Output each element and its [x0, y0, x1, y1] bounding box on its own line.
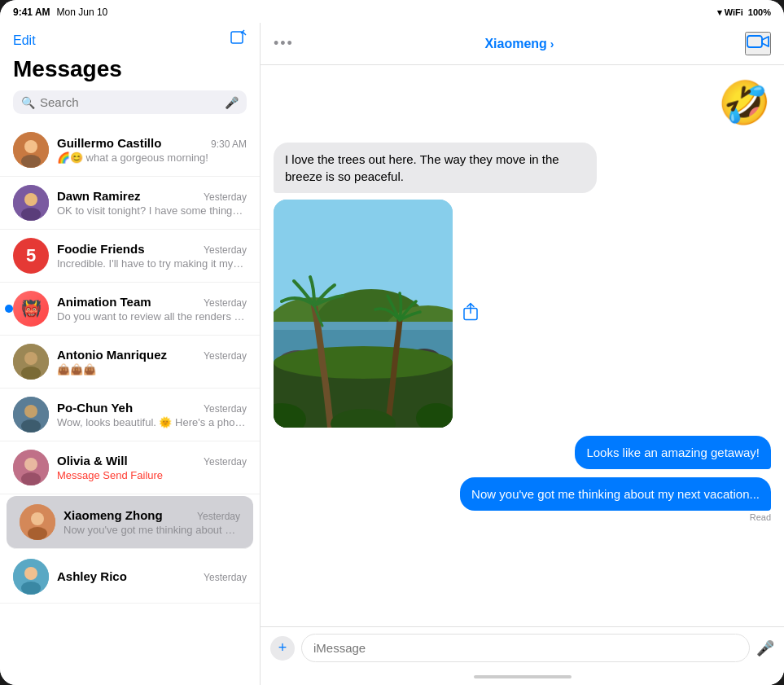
wifi-icon: ▾ WiFi [717, 7, 743, 18]
svg-point-35 [274, 346, 453, 379]
message-bubble-received-1: I love the trees out here. The way they … [274, 143, 597, 193]
conv-time-olivia: Yesterday [204, 456, 247, 468]
svg-rect-24 [747, 36, 762, 47]
svg-point-11 [21, 367, 41, 380]
conv-top-pochun: Po-Chun Yeh Yesterday [57, 401, 247, 415]
add-attachment-button[interactable]: + [270, 636, 295, 661]
svg-point-8 [21, 208, 41, 221]
conv-name-guillermo: Guillermo Castillo [57, 136, 161, 150]
conv-info-antonio: Antonio Manriquez Yesterday 👜👜👜 [57, 348, 247, 375]
message-row-sent-1: Looks like an amazing getaway! [274, 436, 771, 469]
conv-name-pochun: Po-Chun Yeh [57, 401, 133, 415]
beach-photo [274, 200, 453, 428]
conv-info-xiaomeng: Xiaomeng Zhong Yesterday Now you've got … [64, 508, 240, 536]
conv-top-guillermo: Guillermo Castillo 9:30 AM [57, 136, 247, 150]
conv-preview-animation: Do you want to review all the renders to… [57, 310, 247, 323]
avatar-animation: 👹 [13, 291, 49, 327]
conv-time-guillermo: 9:30 AM [211, 138, 247, 150]
mic-search-icon: 🎤 [225, 96, 239, 109]
chat-header-name[interactable]: Xiaomeng › [484, 37, 554, 51]
home-indicator [261, 669, 784, 685]
conversation-item-dawn[interactable]: Dawn Ramirez Yesterday OK to visit tonig… [0, 177, 260, 230]
conversation-item-guillermo[interactable]: Guillermo Castillo 9:30 AM 🌈😊 what a gor… [0, 124, 260, 177]
message-bubble-sent-1: Looks like an amazing getaway! [575, 436, 771, 469]
conv-info-guillermo: Guillermo Castillo 9:30 AM 🌈😊 what a gor… [57, 136, 247, 164]
avatar-ashley [13, 559, 49, 595]
svg-point-17 [21, 472, 41, 485]
svg-point-13 [24, 405, 37, 418]
conversation-item-pochun[interactable]: Po-Chun Yeh Yesterday Wow, looks beautif… [0, 389, 260, 441]
conv-name-animation: Animation Team [57, 295, 151, 309]
conv-name-ashley: Ashley Rico [57, 569, 127, 583]
status-bar: 9:41 AM Mon Jun 10 ▾ WiFi 100% [0, 0, 784, 23]
app-content: Edit Messages 🔍 🎤 [0, 23, 784, 685]
conv-info-pochun: Po-Chun Yeh Yesterday Wow, looks beautif… [57, 401, 247, 428]
mic-input-icon[interactable]: 🎤 [756, 639, 774, 657]
message-input[interactable] [301, 634, 750, 662]
conv-name-dawn: Dawn Ramirez [57, 189, 141, 203]
svg-point-23 [21, 582, 41, 595]
share-photo-button[interactable] [462, 302, 479, 326]
chat-header: ••• Xiaomeng › [261, 23, 784, 65]
conv-info-ashley: Ashley Rico Yesterday [57, 569, 247, 585]
beach-scene-svg [274, 200, 453, 428]
sidebar-top-row: Edit [13, 29, 247, 51]
conv-top-dawn: Dawn Ramirez Yesterday [57, 189, 247, 203]
conv-top-animation: Animation Team Yesterday [57, 295, 247, 309]
conv-info-foodie: Foodie Friends Yesterday Incredible. I'l… [57, 242, 247, 270]
sidebar-title: Messages [13, 56, 247, 82]
conv-top-xiaomeng: Xiaomeng Zhong Yesterday [64, 508, 240, 522]
status-left: 9:41 AM Mon Jun 10 [13, 7, 107, 18]
message-row-received-1: I love the trees out here. The way they … [274, 143, 771, 428]
conv-time-xiaomeng: Yesterday [197, 511, 240, 522]
compose-button[interactable] [229, 29, 247, 51]
photo-message [274, 200, 453, 428]
conversation-item-olivia[interactable]: Olivia & Will Yesterday Message Send Fai… [0, 441, 260, 494]
read-receipt: Read [750, 512, 771, 522]
conv-time-dawn: Yesterday [204, 191, 247, 203]
avatar-antonio [13, 344, 49, 380]
sidebar: Edit Messages 🔍 🎤 [0, 23, 261, 685]
svg-point-16 [24, 458, 37, 471]
share-icon [462, 302, 479, 322]
search-bar: 🔍 🎤 [13, 90, 247, 114]
conv-preview-pochun: Wow, looks beautiful. 🌞 Here's a photo o… [57, 416, 247, 428]
battery-icon: 100% [748, 7, 771, 17]
status-right: ▾ WiFi 100% [717, 7, 771, 18]
status-date: Mon Jun 10 [57, 7, 108, 18]
svg-point-5 [21, 155, 41, 168]
svg-point-10 [24, 352, 37, 365]
video-call-button[interactable] [745, 32, 771, 55]
conv-name-foodie: Foodie Friends [57, 242, 145, 256]
conv-time-antonio: Yesterday [204, 350, 247, 362]
conversation-item-antonio[interactable]: Antonio Manriquez Yesterday 👜👜👜 [0, 336, 260, 389]
conv-preview-foodie: Incredible. I'll have to try making it m… [57, 257, 247, 270]
emoji-reaction: 🤣 [718, 78, 771, 128]
svg-point-4 [24, 140, 37, 153]
svg-point-7 [24, 193, 37, 206]
search-input[interactable] [40, 95, 220, 109]
conv-top-olivia: Olivia & Will Yesterday [57, 454, 247, 468]
conversation-item-animation[interactable]: 👹 Animation Team Yesterday Do you want t… [0, 283, 260, 336]
conv-time-pochun: Yesterday [204, 403, 247, 415]
conv-time-foodie: Yesterday [204, 244, 247, 256]
chat-input-bar: + 🎤 [261, 626, 784, 669]
conv-preview-guillermo: 🌈😊 what a gorgeous morning! [57, 151, 247, 164]
conv-name-xiaomeng: Xiaomeng Zhong [64, 508, 163, 522]
conversation-item-foodie[interactable]: 5 Foodie Friends Yesterday Incredible. I… [0, 230, 260, 283]
avatar-foodie: 5 [13, 238, 49, 274]
conv-top-antonio: Antonio Manriquez Yesterday [57, 348, 247, 362]
svg-point-14 [21, 419, 41, 433]
svg-point-20 [28, 527, 47, 540]
message-row-sent-2: Now you've got me thinking about my next… [274, 477, 771, 522]
status-time: 9:41 AM [13, 7, 50, 18]
conv-name-antonio: Antonio Manriquez [57, 348, 167, 362]
compose-icon [229, 29, 247, 47]
unread-dot-animation [5, 305, 13, 313]
conversation-item-ashley[interactable]: Ashley Rico Yesterday [0, 551, 260, 604]
conversation-item-xiaomeng[interactable]: Xiaomeng Zhong Yesterday Now you've got … [7, 496, 253, 549]
avatar-guillermo [13, 132, 49, 168]
conv-info-animation: Animation Team Yesterday Do you want to … [57, 295, 247, 323]
edit-button[interactable]: Edit [13, 33, 36, 48]
conv-top-foodie: Foodie Friends Yesterday [57, 242, 247, 256]
